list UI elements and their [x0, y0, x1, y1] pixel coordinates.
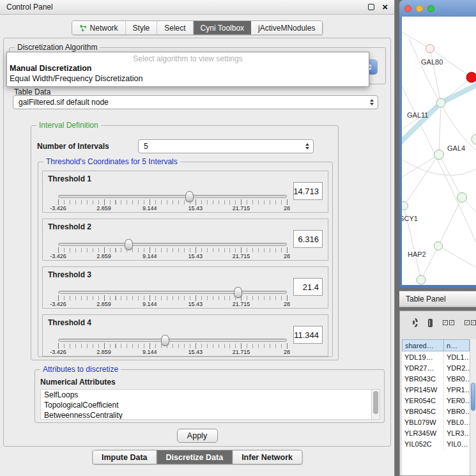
threshold-label: Threshold 2 — [48, 222, 91, 231]
threshold-value-field[interactable]: 21.4 — [293, 278, 323, 296]
slider-tick-label: 2.859 — [96, 349, 111, 355]
close-icon[interactable]: × — [382, 4, 388, 10]
cell-shared-name: YBR043C — [402, 373, 444, 384]
network-graph: GAL80 GAL11 GAL4 GCY1 HAP2 — [402, 17, 476, 285]
cell-shared-name: YER054C — [402, 395, 444, 406]
selected-node[interactable] — [466, 72, 476, 82]
slider-track[interactable] — [58, 243, 287, 246]
num-intervals-select[interactable]: 5 — [138, 139, 314, 153]
scrollbar-thumb[interactable] — [373, 391, 378, 414]
slider-tick-label: 21.715 — [233, 349, 250, 355]
dropdown-option-manual-discretization[interactable]: Manual Discretization — [7, 63, 369, 73]
panel-title: Control Panel — [6, 3, 368, 12]
threshold-label: Threshold 3 — [48, 270, 91, 279]
slider-major-tick — [58, 199, 59, 205]
network-view-window: GAL80 GAL11 GAL4 GCY1 HAP2 — [399, 0, 476, 288]
cell-name: YLR3… — [444, 427, 470, 438]
gear-icon[interactable] — [413, 318, 418, 327]
slider-tick-label: 15.43 — [188, 205, 203, 211]
tab-network[interactable]: Network — [72, 21, 126, 35]
table-data-select[interactable]: galFiltered.sif default node — [13, 95, 378, 109]
column-header-name[interactable]: n… — [444, 339, 470, 351]
cell-shared-name: YLR345W — [402, 427, 444, 438]
close-traffic-light-icon[interactable] — [404, 5, 411, 12]
node[interactable] — [472, 134, 476, 144]
tab-select[interactable]: Select — [157, 21, 193, 35]
tab-impute-data[interactable]: Impute Data — [93, 450, 157, 464]
table-row[interactable]: YBR045CYBR0… — [402, 406, 470, 417]
threshold-value-field[interactable]: 14.713 — [293, 182, 323, 200]
threshold-value-field[interactable]: 11.344 — [293, 326, 323, 344]
bottom-tabbar: Impute Data Discretize Data Infer Networ… — [92, 450, 302, 464]
slider-major-tick — [241, 343, 242, 349]
table-row[interactable]: YIL052CYIL0… — [402, 438, 470, 449]
slider-tick-label: 2.859 — [96, 205, 111, 211]
node[interactable] — [434, 150, 444, 160]
dropdown-option-equal-width-frequency[interactable]: Equal Width/Frequency Discretization — [7, 73, 369, 84]
table-row[interactable]: YBR043CYBR0… — [402, 373, 470, 384]
tab-style[interactable]: Style — [126, 21, 158, 35]
column-header-shared-name[interactable]: shared… — [402, 339, 444, 351]
apply-button[interactable]: Apply — [177, 429, 218, 443]
tab-discretize-data[interactable]: Discretize Data — [157, 450, 233, 464]
slider-tick-labels: -3.4262.8599.14415.4321.71528 — [58, 301, 287, 307]
numerical-attribute-item[interactable]: TopologicalCoefficient — [41, 400, 380, 410]
slider-major-tick — [196, 343, 196, 349]
slider-track[interactable] — [58, 291, 287, 294]
thresholds-group: Threshold's Coordinates for 5 Intervals … — [38, 162, 333, 357]
numerical-attribute-item[interactable]: BetweennessCentrality — [41, 410, 380, 420]
table-row[interactable]: YLR345WYLR3… — [402, 427, 470, 438]
node-label: GAL11 — [407, 111, 428, 119]
node[interactable] — [434, 242, 443, 250]
numerical-attribute-item[interactable]: SelfLoops — [41, 390, 380, 400]
node[interactable] — [402, 202, 408, 210]
tab-cyni-toolbox[interactable]: Cyni Toolbox — [194, 21, 251, 35]
threshold-label: Threshold 1 — [48, 174, 91, 183]
network-canvas[interactable]: GAL80 GAL11 GAL4 GCY1 HAP2 — [402, 17, 476, 285]
slider-track[interactable] — [58, 195, 287, 198]
scrollbar-thumb[interactable] — [471, 383, 475, 411]
node[interactable] — [417, 275, 426, 284]
tab-label: Network — [90, 24, 118, 33]
columns-icon[interactable] — [428, 319, 433, 327]
filter-columns-icon[interactable]: ✓✓ — [464, 320, 476, 325]
slider-tick-labels: -3.4262.8599.14415.4321.71528 — [58, 253, 287, 259]
tab-jactivemnodules[interactable]: jActiveMNodules — [251, 21, 322, 35]
slider-tick-label: 28 — [284, 349, 290, 355]
table-row[interactable]: YPR145WYPR1… — [402, 384, 470, 395]
table-body: YDL19…YDL1…YDR27…YDR2…YBR043CYBR0…YPR145… — [402, 351, 470, 449]
slider-tick-label: 9.144 — [142, 301, 157, 307]
cell-shared-name: YDL19… — [402, 351, 444, 362]
slider-tick-label: 28 — [284, 301, 290, 307]
zoom-traffic-light-icon[interactable] — [427, 5, 434, 12]
slider-track[interactable] — [58, 339, 287, 342]
node[interactable] — [426, 45, 434, 53]
minimize-traffic-light-icon[interactable] — [416, 5, 423, 12]
table-row[interactable]: YDR27…YDR2… — [402, 362, 470, 373]
select-columns-icon[interactable]: ✓✓ — [443, 320, 454, 325]
list-scrollbar[interactable] — [371, 390, 380, 419]
threshold-label: Threshold 4 — [48, 318, 91, 327]
node[interactable] — [436, 98, 445, 107]
threshold-value-field[interactable]: 6.316 — [293, 230, 323, 248]
slider-tick-label: 9.144 — [142, 205, 157, 211]
cell-name: YDL1… — [444, 351, 470, 362]
table-row[interactable]: YER054CYER0… — [402, 395, 470, 406]
node[interactable] — [457, 193, 467, 203]
slider-major-tick — [58, 343, 59, 349]
table-row[interactable]: YDL19…YDL1… — [402, 351, 470, 362]
tab-label: Style — [133, 24, 150, 33]
table-row[interactable]: YBL079WYBL0… — [402, 417, 470, 427]
tab-infer-network[interactable]: Infer Network — [233, 450, 302, 464]
float-window-icon[interactable] — [368, 4, 374, 10]
dropdown-prompt: Select algorithm to view settings — [7, 52, 369, 63]
table-scrollbar[interactable] — [470, 339, 476, 475]
numerical-attributes-list[interactable]: SelfLoopsTopologicalCoefficientBetweenne… — [40, 389, 380, 420]
slider-major-tick — [150, 343, 150, 349]
combo-stepper-icon — [305, 143, 309, 150]
node-label: GCY1 — [402, 215, 418, 222]
slider-major-tick — [287, 295, 288, 301]
window-controls — [404, 5, 434, 12]
slider-major-tick — [196, 295, 196, 301]
number-of-intervals-label: Number of Intervals — [37, 142, 109, 151]
